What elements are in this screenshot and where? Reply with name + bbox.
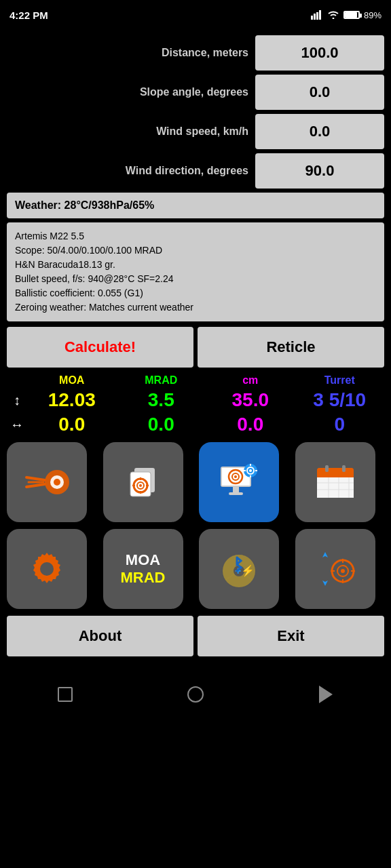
svg-rect-42	[325, 465, 329, 472]
nav-bar	[0, 675, 391, 713]
bluetooth-icon-graphic: +⚡	[215, 545, 263, 593]
svg-rect-36	[317, 475, 354, 477]
svg-rect-1	[314, 14, 316, 20]
mrad-label: MRAD	[121, 569, 166, 587]
header-moa: MOA	[27, 374, 117, 387]
desktop-app-icon[interactable]	[199, 442, 279, 522]
results-row-elevation: ↕ 12.03 3.5 35.0 3 5/10	[7, 389, 384, 411]
svg-point-25	[234, 475, 237, 478]
calculate-button[interactable]: Calculate!	[7, 327, 193, 368]
copy-app-icon[interactable]	[103, 442, 183, 522]
info-line2: Scope: 50/4.00/0.100/0.100 MRAD	[15, 243, 376, 258]
elevation-cm: 35.0	[206, 389, 295, 411]
nav-square-icon	[58, 687, 73, 702]
svg-rect-2	[316, 12, 318, 20]
results-header: MOA MRAD cm Turret	[7, 374, 384, 387]
nav-triangle-icon	[319, 686, 333, 703]
slope-input[interactable]	[255, 75, 384, 110]
main-content: Distance, meters Slope angle, degrees Wi…	[0, 30, 391, 662]
battery-level: 89%	[364, 10, 381, 20]
info-line1: Artemis M22 5.5	[15, 229, 376, 243]
copy-icon-graphic	[119, 458, 167, 506]
ballistic-icon-graphic	[23, 458, 71, 506]
reticle-adj-app-icon[interactable]	[295, 529, 375, 609]
results-row-windage: ↔ 0.0 0.0 0.0 0	[7, 414, 384, 435]
weather-text: Weather: 28°C/938hPa/65%	[15, 199, 154, 211]
settings-app-icon[interactable]	[7, 529, 87, 609]
about-button[interactable]: About	[7, 616, 193, 656]
elevation-moa: 12.03	[27, 389, 117, 411]
calendar-icon-graphic	[312, 458, 359, 506]
wind-dir-input[interactable]	[255, 153, 384, 189]
distance-input[interactable]	[255, 35, 384, 71]
wind-speed-label: Wind speed, km/h	[7, 125, 255, 138]
header-turret: Turret	[295, 374, 385, 387]
up-arrow-icon: ↕	[7, 393, 27, 408]
info-line4: Bullet speed, f/s: 940@28°C SF=2.24	[15, 272, 376, 286]
moa-label: MOA	[126, 551, 160, 569]
windage-mrad: 0.0	[117, 414, 206, 435]
distance-row: Distance, meters	[7, 35, 384, 71]
status-bar: 4:22 PM 89%	[0, 0, 391, 30]
info-line5: Ballistic coefficient: 0.055 (G1)	[15, 286, 376, 300]
nav-circle-icon	[187, 686, 204, 703]
status-time: 4:22 PM	[10, 9, 48, 21]
windage-moa: 0.0	[27, 414, 117, 435]
svg-line-9	[26, 484, 45, 487]
bottom-buttons: About Exit	[7, 616, 384, 656]
calendar-app-icon[interactable]	[295, 442, 375, 522]
wifi-icon	[327, 10, 339, 20]
header-cm: cm	[206, 374, 295, 387]
status-right: 89%	[311, 10, 381, 20]
wind-speed-input[interactable]	[255, 114, 384, 149]
wind-dir-row: Wind direction, degrees	[7, 153, 384, 189]
svg-point-14	[139, 484, 142, 487]
wind-speed-row: Wind speed, km/h	[7, 114, 384, 149]
svg-point-28	[249, 469, 252, 472]
app-grid: MOA MRAD +⚡	[7, 442, 384, 609]
slope-label: Slope angle, degrees	[7, 86, 255, 98]
moa-mrad-app-icon[interactable]: MOA MRAD	[103, 529, 183, 609]
svg-rect-35	[317, 475, 354, 498]
slope-row: Slope angle, degrees	[7, 75, 384, 110]
svg-rect-22	[229, 492, 243, 495]
reticle-button[interactable]: Reticle	[198, 327, 384, 368]
svg-rect-43	[342, 465, 346, 472]
svg-line-7	[26, 477, 45, 480]
svg-rect-21	[233, 487, 239, 492]
signal-icon	[311, 10, 323, 20]
action-buttons: Calculate! Reticle	[7, 327, 384, 368]
nav-home-button[interactable]	[182, 681, 209, 708]
reticle-adj-icon-graphic	[312, 545, 359, 593]
svg-point-45	[40, 562, 54, 576]
elevation-mrad: 3.5	[117, 389, 206, 411]
nav-square-button[interactable]	[52, 681, 79, 708]
info-line3: H&N Baracuda18.13 gr.	[15, 258, 376, 272]
weather-box: Weather: 28°C/938hPa/65%	[7, 193, 384, 218]
svg-point-51	[341, 569, 345, 573]
header-mrad: MRAD	[117, 374, 206, 387]
exit-button[interactable]: Exit	[198, 616, 384, 656]
battery-icon	[343, 11, 360, 19]
ballistic-app-icon[interactable]	[7, 442, 87, 522]
svg-point-6	[54, 479, 60, 486]
distance-label: Distance, meters	[7, 47, 255, 59]
nav-back-button[interactable]	[312, 681, 339, 708]
windage-cm: 0.0	[206, 414, 295, 435]
elevation-turret: 3 5/10	[295, 389, 385, 411]
svg-rect-3	[319, 10, 321, 20]
windage-turret: 0	[295, 414, 385, 435]
desktop-icon-graphic	[215, 458, 263, 506]
horizontal-arrow-icon: ↔	[7, 417, 27, 433]
wind-dir-label: Wind direction, degrees	[7, 165, 255, 177]
settings-icon-graphic	[23, 545, 71, 593]
info-box: Artemis M22 5.5 Scope: 50/4.00/0.100/0.1…	[7, 222, 384, 321]
info-line6: Zeroing weather: Matches current weather	[15, 300, 376, 315]
svg-rect-0	[311, 16, 313, 20]
bluetooth-app-icon[interactable]: +⚡	[199, 529, 279, 609]
